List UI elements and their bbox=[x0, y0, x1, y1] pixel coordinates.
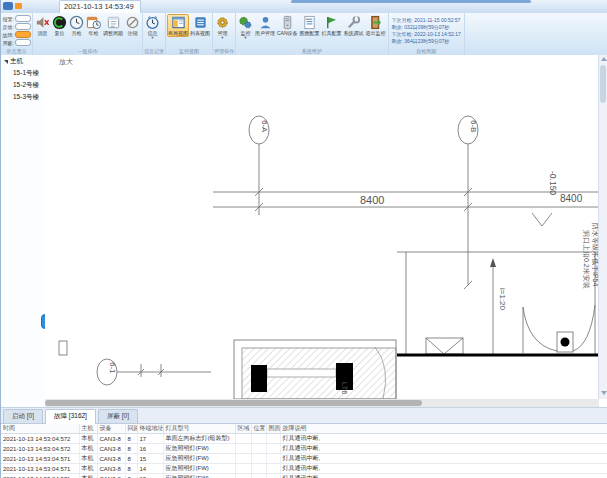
col-terminal[interactable]: 终端地址 bbox=[137, 424, 163, 434]
col-lamp-model[interactable]: 灯具型号 bbox=[163, 424, 235, 434]
col-fault-desc[interactable]: 故障说明 bbox=[280, 424, 607, 434]
info-button[interactable]: 信息 ▾ bbox=[144, 14, 161, 41]
fault-row[interactable]: 2021-10-13 14:53:04.571 本机 CAN3-8 8 14 应… bbox=[1, 464, 607, 474]
scroll-down-icon[interactable] bbox=[601, 391, 607, 395]
cell bbox=[235, 434, 251, 444]
ribbon-group-status: 报警: 反馈: 故障: 屏蔽: 状态显示 bbox=[1, 13, 33, 55]
user-icon bbox=[258, 15, 273, 30]
tree-item-building2[interactable]: 15-2号楼 bbox=[1, 79, 45, 91]
cell: 本机 bbox=[79, 474, 97, 478]
cell: CAN3-8 bbox=[97, 464, 125, 474]
alarm-indicator bbox=[15, 15, 31, 22]
app-icon-accent bbox=[15, 3, 22, 9]
col-drawing[interactable]: 图面 bbox=[266, 424, 280, 434]
reset-button[interactable]: 复位 bbox=[51, 14, 68, 37]
group-label-info: 信息记录 bbox=[144, 47, 164, 55]
tab-shield[interactable]: 屏蔽 [0] bbox=[98, 409, 138, 423]
group-label-general: 一般操作 bbox=[34, 47, 141, 55]
logout-button[interactable]: 注销 bbox=[124, 14, 141, 37]
fault-row[interactable]: 2021-10-13 14:53:04.572 本机 CAN3-8 8 16 应… bbox=[1, 444, 607, 454]
config-list-icon bbox=[302, 15, 317, 30]
scroll-up-icon[interactable] bbox=[601, 57, 607, 61]
group-label-status: 状态显示 bbox=[2, 47, 31, 55]
user-management-button[interactable]: 用户管理 bbox=[254, 14, 276, 37]
layout-view-button[interactable]: 布局视图 bbox=[167, 14, 189, 37]
annual-check-button[interactable]: 年检 bbox=[85, 14, 102, 37]
col-loop[interactable]: 回路 bbox=[125, 424, 137, 434]
elevation-label: -0.150 bbox=[548, 171, 558, 195]
titlebar-strip bbox=[291, 0, 531, 3]
group-label-manage: 管理操作 bbox=[214, 47, 234, 55]
cell bbox=[266, 464, 280, 474]
list-view-button[interactable]: 列表视图 bbox=[189, 14, 211, 37]
next-monthly-check: 下次月检: 2021-11-15 00:52:57 bbox=[392, 17, 461, 24]
tab-start[interactable]: 启动 [0] bbox=[3, 409, 43, 423]
grid-label-1: 6-1 bbox=[108, 362, 117, 374]
horizontal-scroll-thumb[interactable] bbox=[45, 400, 422, 406]
ribbon-group-general: 消音 复位 月检 年检 调整周期 注销 一般操作 bbox=[33, 13, 143, 55]
fault-row[interactable]: 2021-10-13 14:53:04.572 本机 CAN3-8 8 17 单… bbox=[1, 434, 607, 444]
cell: 灯具通讯中断, bbox=[280, 434, 607, 444]
annual-remaining: 剩余: 364日23时59分07秒 bbox=[392, 38, 461, 45]
col-area[interactable]: 区域 bbox=[235, 424, 251, 434]
window-title-timestamp: 2021-10-13 14:53:49 bbox=[64, 2, 134, 11]
floor-plan-canvas[interactable]: 放大 bbox=[45, 55, 607, 407]
calendar-clock-icon bbox=[86, 15, 101, 30]
group-label-maintenance: 系统维护 bbox=[237, 47, 387, 55]
chevron-down-icon: ▾ bbox=[244, 36, 246, 40]
cell bbox=[266, 434, 280, 444]
tree-root-host[interactable]: 主机 bbox=[1, 55, 45, 67]
cell: 本机 bbox=[79, 454, 97, 464]
fault-table: 时间 主机 设备 回路 终端地址 灯具型号 区域 位置 图面 故障说明 2021… bbox=[1, 424, 607, 478]
can-device-button[interactable]: CAN设备 bbox=[276, 14, 299, 37]
next-annual-check: 下次年检: 2022-10-13 14:52:17 bbox=[392, 31, 461, 38]
fault-row[interactable]: 2021-10-13 14:53:04.571 本机 CAN3-8 8 15 应… bbox=[1, 454, 607, 464]
cell: 17 bbox=[137, 434, 163, 444]
col-time[interactable]: 时间 bbox=[1, 424, 79, 434]
table-header-row: 时间 主机 设备 回路 终端地址 灯具型号 区域 位置 图面 故障说明 bbox=[1, 424, 607, 434]
cell: 灯具通讯中断, bbox=[280, 474, 607, 478]
manage-button[interactable]: 管理 ▾ bbox=[214, 14, 231, 41]
cell: 16 bbox=[137, 444, 163, 454]
info-clock-icon bbox=[145, 15, 160, 30]
status-alarm: 报警: bbox=[2, 15, 31, 22]
status-shield: 屏蔽: bbox=[2, 39, 31, 46]
horizontal-scrollbar[interactable] bbox=[45, 399, 599, 407]
col-device[interactable]: 设备 bbox=[97, 424, 125, 434]
drawing-config-button[interactable]: 图面配置 bbox=[299, 14, 321, 37]
ribbon-toolbar: 报警: 反馈: 故障: 屏蔽: 状态显示 消音 bbox=[1, 13, 607, 56]
exit-monitor-button[interactable]: 退出监控 bbox=[365, 14, 387, 37]
tree-expander-icon[interactable] bbox=[4, 60, 8, 64]
col-host[interactable]: 主机 bbox=[79, 424, 97, 434]
ribbon-group-manage: 管理 ▾ 管理操作 bbox=[213, 13, 236, 55]
tree-item-building3[interactable]: 15-3号楼 bbox=[1, 91, 45, 103]
mute-button[interactable]: 消音 bbox=[34, 14, 51, 37]
cell: 灯具通讯中断, bbox=[280, 444, 607, 454]
cell: 8 bbox=[125, 474, 137, 478]
monthly-check-button[interactable]: 月检 bbox=[68, 14, 85, 37]
cell bbox=[235, 454, 251, 464]
lamp-config-button[interactable]: 灯具配置 bbox=[321, 14, 343, 37]
cell bbox=[266, 474, 280, 478]
fault-row[interactable]: 2021-10-13 14:53:04.571 本机 CAN3-8 8 13 应… bbox=[1, 474, 607, 478]
cell: 2021-10-13 14:53:04.571 bbox=[1, 464, 79, 474]
cell bbox=[251, 434, 266, 444]
ribbon-group-selfcheck: 下次月检: 2021-11-15 00:52:57 剩余: 032日09时59分… bbox=[389, 13, 465, 55]
ribbon-group-info: 信息 ▾ 信息记录 bbox=[143, 13, 166, 55]
vertical-scroll-thumb[interactable] bbox=[600, 65, 606, 103]
system-debug-button[interactable]: 系统调试 bbox=[343, 14, 365, 37]
tree-item-building1[interactable]: 15-1号楼 bbox=[1, 67, 45, 79]
logout-icon bbox=[125, 15, 140, 30]
chevron-down-icon: ▾ bbox=[151, 36, 153, 40]
vertical-scrollbar[interactable] bbox=[598, 55, 607, 399]
status-feedback: 反馈: bbox=[2, 23, 31, 30]
adjust-period-button[interactable]: 调整周期 bbox=[102, 14, 124, 37]
cell bbox=[235, 444, 251, 454]
grid-label-b: 6-B bbox=[469, 120, 478, 132]
col-location[interactable]: 位置 bbox=[251, 424, 266, 434]
cell: 15 bbox=[137, 454, 163, 464]
cell: 8 bbox=[125, 464, 137, 474]
monitor-button[interactable]: 监控 ▾ bbox=[237, 14, 254, 41]
device-tree-panel: 主机 15-1号楼 15-2号楼 15-3号楼 bbox=[1, 55, 46, 407]
tab-fault[interactable]: 故障 [3162] bbox=[45, 409, 96, 424]
